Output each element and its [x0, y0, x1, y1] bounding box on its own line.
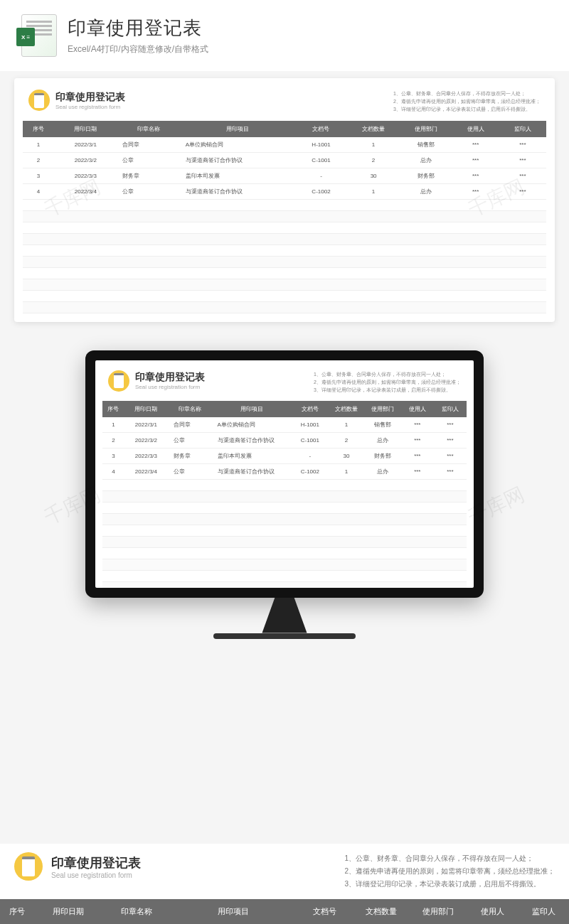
doc-subtitle: Seal use registration form	[135, 384, 205, 390]
table-row-empty	[102, 503, 467, 514]
table-row: 32022/3/3财务章盖印本司发票-30财务部******	[102, 448, 467, 464]
note-line: 2、遵循先申请再使用的原则，如需将印章带离，须经总经理批准；	[393, 97, 541, 105]
table-row: 32022/3/3财务章盖印本司发票-30财务部******	[23, 168, 546, 183]
doc-notes: 1、公章、财务章、合同章分人保存，不得存放在同一人处； 2、遵循先申请再使用的原…	[393, 90, 541, 114]
table-row: 42022/3/4公章与渠道商签订合作协议C-10021总办******	[102, 464, 467, 480]
bottom-strip: 印章使用登记表 Seal use registration form 1、公章、…	[0, 844, 569, 924]
col-seal: 印章名称	[117, 121, 179, 137]
strip-subtitle: Seal use registration form	[51, 871, 141, 879]
clipboard-icon	[108, 370, 129, 392]
table-row-empty	[23, 210, 546, 222]
note-line: 3、详细登记用印记录，本记录表装订成册，启用后不得撕毁。	[393, 105, 541, 113]
col-date: 用印日期	[54, 121, 117, 137]
banner-text: 印章使用登记表 Excel/A4打印/内容随意修改/自带格式	[68, 16, 548, 55]
table-row-empty	[102, 582, 467, 588]
table-row-empty	[102, 514, 467, 525]
table-row-empty	[23, 199, 546, 210]
seal-table: 序号 用印日期 印章名称 用印项目 文档号 文档数量 使用部门 使用人 监印人 …	[23, 121, 546, 313]
monitor-mockup: 印章使用登记表 Seal use registration form 1、公章、…	[85, 350, 484, 639]
strip-header: 印章使用登记表 Seal use registration form 1、公章、…	[0, 844, 569, 899]
table-body-1: 12022/3/1合同章A单位购销合同H-10011销售部******22022…	[23, 137, 546, 313]
table-row-empty	[23, 256, 546, 267]
monitor-stand	[252, 598, 317, 633]
excel-file-icon: X ≡	[21, 14, 57, 57]
monitor-base	[213, 633, 356, 639]
table-header-row: 序号 用印日期 印章名称 用印项目 文档号 文档数量 使用部门 使用人 监印人	[23, 121, 546, 137]
table-row-empty	[23, 279, 546, 290]
table-row-empty	[23, 301, 546, 313]
clipboard-icon	[28, 90, 50, 111]
strip-table-header: 序号 用印日期 印章名称 用印项目 文档号 文档数量 使用部门 使用人 监印人	[0, 899, 569, 924]
table-row-empty	[23, 222, 546, 233]
col-sup: 监印人	[499, 121, 546, 137]
banner-subtitle: Excel/A4打印/内容随意修改/自带格式	[68, 43, 548, 55]
table-row-empty	[23, 290, 546, 301]
monitor-bezel: 印章使用登记表 Seal use registration form 1、公章、…	[85, 350, 484, 598]
doc-title: 印章使用登记表	[55, 91, 125, 104]
table-row: 42022/3/4公章与渠道商签订合作协议C-10021总办******	[23, 183, 546, 199]
table-row-empty	[102, 480, 467, 491]
table-row-empty	[102, 491, 467, 503]
table-row: 22022/3/2公章与渠道商签订合作协议C-10012总办******	[23, 152, 546, 168]
col-doc: 文档号	[295, 121, 348, 137]
table-row-empty	[102, 548, 467, 559]
preview-card-flat: 印章使用登记表 Seal use registration form 1、公章、…	[14, 78, 555, 322]
table-row-empty	[102, 571, 467, 582]
col-user: 使用人	[452, 121, 499, 137]
col-dept: 使用部门	[400, 121, 452, 137]
table-row-empty	[23, 233, 546, 245]
monitor-screen: 印章使用登记表 Seal use registration form 1、公章、…	[95, 360, 474, 588]
strip-title: 印章使用登记表	[51, 854, 141, 871]
table-row: 22022/3/2公章与渠道商签订合作协议C-10012总办******	[102, 433, 467, 448]
top-banner: X ≡ 印章使用登记表 Excel/A4打印/内容随意修改/自带格式	[0, 0, 569, 71]
table-row: 12022/3/1合同章A单位购销合同H-10011销售部******	[23, 137, 546, 153]
table-row-empty	[23, 245, 546, 256]
col-qty: 文档数量	[347, 121, 400, 137]
excel-badge-icon: X ≡	[16, 28, 35, 46]
doc-subtitle: Seal use registration form	[55, 104, 125, 110]
col-seq: 序号	[23, 121, 54, 137]
table-row-empty	[102, 537, 467, 548]
doc-header: 印章使用登记表 Seal use registration form 1、公章、…	[23, 87, 546, 121]
table-row: 12022/3/1合同章A单位购销合同H-10011销售部******	[102, 417, 467, 433]
doc-title: 印章使用登记表	[135, 371, 205, 384]
table-row-empty	[102, 559, 467, 571]
table-row-empty	[23, 267, 546, 279]
doc-title-wrap: 印章使用登记表 Seal use registration form	[28, 90, 125, 111]
doc-notes: 1、公章、财务章、合同章分人保存，不得存放在同一人处； 2、遵循先申请再使用的原…	[314, 370, 461, 394]
note-line: 1、公章、财务章、合同章分人保存，不得存放在同一人处；	[393, 90, 541, 97]
table-row-empty	[102, 525, 467, 537]
seal-table-monitor: 序号 用印日期 印章名称 用印项目 文档号 文档数量 使用部门 使用人 监印人 …	[102, 401, 467, 587]
col-item: 用印项目	[180, 121, 295, 137]
banner-title: 印章使用登记表	[68, 16, 548, 41]
table-body-2: 12022/3/1合同章A单位购销合同H-10011销售部******22022…	[102, 417, 467, 587]
clipboard-icon	[14, 852, 43, 881]
strip-notes: 1、公章、财务章、合同章分人保存，不得存放在同一人处； 2、遵循先申请再使用的原…	[344, 852, 555, 891]
